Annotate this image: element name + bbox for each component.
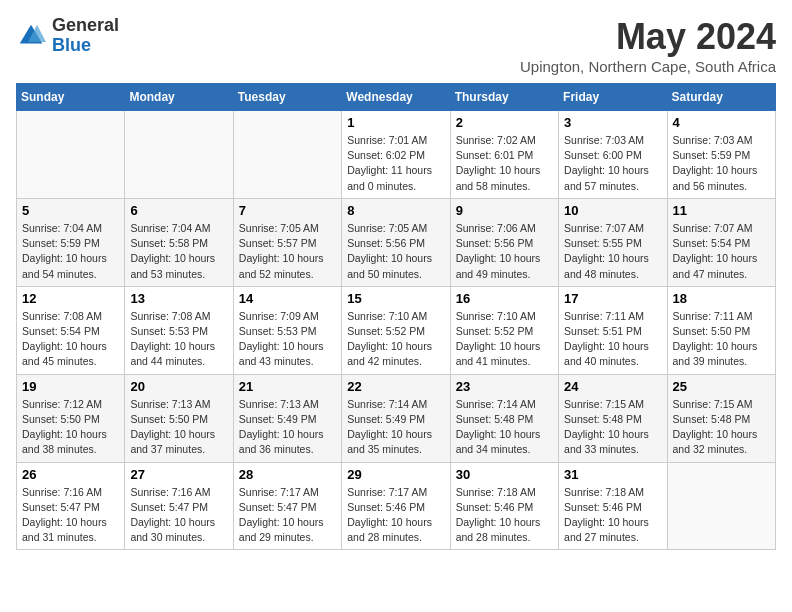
day-number: 24	[564, 379, 661, 394]
calendar-cell: 16Sunrise: 7:10 AMSunset: 5:52 PMDayligh…	[450, 286, 558, 374]
day-number: 13	[130, 291, 227, 306]
day-number: 26	[22, 467, 119, 482]
day-number: 25	[673, 379, 770, 394]
cell-info: Sunrise: 7:16 AMSunset: 5:47 PMDaylight:…	[22, 485, 119, 546]
logo-icon	[16, 21, 46, 51]
day-number: 3	[564, 115, 661, 130]
cell-info: Sunrise: 7:03 AMSunset: 6:00 PMDaylight:…	[564, 133, 661, 194]
cell-info: Sunrise: 7:15 AMSunset: 5:48 PMDaylight:…	[673, 397, 770, 458]
calendar-header: SundayMondayTuesdayWednesdayThursdayFrid…	[17, 84, 776, 111]
day-number: 30	[456, 467, 553, 482]
cell-info: Sunrise: 7:04 AMSunset: 5:58 PMDaylight:…	[130, 221, 227, 282]
calendar-cell: 28Sunrise: 7:17 AMSunset: 5:47 PMDayligh…	[233, 462, 341, 550]
calendar-cell: 31Sunrise: 7:18 AMSunset: 5:46 PMDayligh…	[559, 462, 667, 550]
cell-info: Sunrise: 7:09 AMSunset: 5:53 PMDaylight:…	[239, 309, 336, 370]
calendar-table: SundayMondayTuesdayWednesdayThursdayFrid…	[16, 83, 776, 550]
day-number: 15	[347, 291, 444, 306]
day-number: 31	[564, 467, 661, 482]
calendar-cell: 6Sunrise: 7:04 AMSunset: 5:58 PMDaylight…	[125, 198, 233, 286]
calendar-cell: 25Sunrise: 7:15 AMSunset: 5:48 PMDayligh…	[667, 374, 775, 462]
calendar-cell: 21Sunrise: 7:13 AMSunset: 5:49 PMDayligh…	[233, 374, 341, 462]
day-number: 2	[456, 115, 553, 130]
calendar-cell	[233, 111, 341, 199]
day-number: 29	[347, 467, 444, 482]
cell-info: Sunrise: 7:10 AMSunset: 5:52 PMDaylight:…	[456, 309, 553, 370]
calendar-cell: 4Sunrise: 7:03 AMSunset: 5:59 PMDaylight…	[667, 111, 775, 199]
cell-info: Sunrise: 7:07 AMSunset: 5:55 PMDaylight:…	[564, 221, 661, 282]
day-number: 23	[456, 379, 553, 394]
cell-info: Sunrise: 7:15 AMSunset: 5:48 PMDaylight:…	[564, 397, 661, 458]
day-number: 8	[347, 203, 444, 218]
day-number: 9	[456, 203, 553, 218]
calendar-cell: 15Sunrise: 7:10 AMSunset: 5:52 PMDayligh…	[342, 286, 450, 374]
calendar-cell: 5Sunrise: 7:04 AMSunset: 5:59 PMDaylight…	[17, 198, 125, 286]
cell-info: Sunrise: 7:08 AMSunset: 5:53 PMDaylight:…	[130, 309, 227, 370]
cell-info: Sunrise: 7:01 AMSunset: 6:02 PMDaylight:…	[347, 133, 444, 194]
calendar-cell: 24Sunrise: 7:15 AMSunset: 5:48 PMDayligh…	[559, 374, 667, 462]
logo-text: General Blue	[52, 16, 119, 56]
calendar-cell: 30Sunrise: 7:18 AMSunset: 5:46 PMDayligh…	[450, 462, 558, 550]
calendar-cell: 17Sunrise: 7:11 AMSunset: 5:51 PMDayligh…	[559, 286, 667, 374]
logo-blue: Blue	[52, 36, 119, 56]
header-day: Saturday	[667, 84, 775, 111]
calendar-cell: 7Sunrise: 7:05 AMSunset: 5:57 PMDaylight…	[233, 198, 341, 286]
calendar-cell: 8Sunrise: 7:05 AMSunset: 5:56 PMDaylight…	[342, 198, 450, 286]
header-day: Sunday	[17, 84, 125, 111]
day-number: 5	[22, 203, 119, 218]
cell-info: Sunrise: 7:08 AMSunset: 5:54 PMDaylight:…	[22, 309, 119, 370]
calendar-cell: 13Sunrise: 7:08 AMSunset: 5:53 PMDayligh…	[125, 286, 233, 374]
header-day: Monday	[125, 84, 233, 111]
cell-info: Sunrise: 7:04 AMSunset: 5:59 PMDaylight:…	[22, 221, 119, 282]
day-number: 21	[239, 379, 336, 394]
calendar-cell: 27Sunrise: 7:16 AMSunset: 5:47 PMDayligh…	[125, 462, 233, 550]
day-number: 27	[130, 467, 227, 482]
cell-info: Sunrise: 7:17 AMSunset: 5:47 PMDaylight:…	[239, 485, 336, 546]
calendar-cell: 22Sunrise: 7:14 AMSunset: 5:49 PMDayligh…	[342, 374, 450, 462]
day-number: 28	[239, 467, 336, 482]
header-day: Tuesday	[233, 84, 341, 111]
day-number: 14	[239, 291, 336, 306]
calendar-week-row: 12Sunrise: 7:08 AMSunset: 5:54 PMDayligh…	[17, 286, 776, 374]
calendar-cell: 12Sunrise: 7:08 AMSunset: 5:54 PMDayligh…	[17, 286, 125, 374]
day-number: 12	[22, 291, 119, 306]
header-day: Wednesday	[342, 84, 450, 111]
day-number: 16	[456, 291, 553, 306]
calendar-week-row: 26Sunrise: 7:16 AMSunset: 5:47 PMDayligh…	[17, 462, 776, 550]
day-number: 19	[22, 379, 119, 394]
cell-info: Sunrise: 7:06 AMSunset: 5:56 PMDaylight:…	[456, 221, 553, 282]
cell-info: Sunrise: 7:11 AMSunset: 5:51 PMDaylight:…	[564, 309, 661, 370]
calendar-cell: 14Sunrise: 7:09 AMSunset: 5:53 PMDayligh…	[233, 286, 341, 374]
calendar-week-row: 19Sunrise: 7:12 AMSunset: 5:50 PMDayligh…	[17, 374, 776, 462]
calendar-cell: 1Sunrise: 7:01 AMSunset: 6:02 PMDaylight…	[342, 111, 450, 199]
cell-info: Sunrise: 7:10 AMSunset: 5:52 PMDaylight:…	[347, 309, 444, 370]
day-number: 6	[130, 203, 227, 218]
day-number: 20	[130, 379, 227, 394]
day-number: 18	[673, 291, 770, 306]
calendar-week-row: 5Sunrise: 7:04 AMSunset: 5:59 PMDaylight…	[17, 198, 776, 286]
cell-info: Sunrise: 7:13 AMSunset: 5:50 PMDaylight:…	[130, 397, 227, 458]
title-block: May 2024 Upington, Northern Cape, South …	[520, 16, 776, 75]
cell-info: Sunrise: 7:05 AMSunset: 5:57 PMDaylight:…	[239, 221, 336, 282]
header-day: Friday	[559, 84, 667, 111]
calendar-cell: 9Sunrise: 7:06 AMSunset: 5:56 PMDaylight…	[450, 198, 558, 286]
location: Upington, Northern Cape, South Africa	[520, 58, 776, 75]
day-number: 7	[239, 203, 336, 218]
calendar-cell: 11Sunrise: 7:07 AMSunset: 5:54 PMDayligh…	[667, 198, 775, 286]
calendar-cell: 20Sunrise: 7:13 AMSunset: 5:50 PMDayligh…	[125, 374, 233, 462]
cell-info: Sunrise: 7:13 AMSunset: 5:49 PMDaylight:…	[239, 397, 336, 458]
day-number: 4	[673, 115, 770, 130]
calendar-cell: 23Sunrise: 7:14 AMSunset: 5:48 PMDayligh…	[450, 374, 558, 462]
calendar-cell: 29Sunrise: 7:17 AMSunset: 5:46 PMDayligh…	[342, 462, 450, 550]
month-title: May 2024	[520, 16, 776, 58]
calendar-cell	[667, 462, 775, 550]
cell-info: Sunrise: 7:18 AMSunset: 5:46 PMDaylight:…	[564, 485, 661, 546]
logo: General Blue	[16, 16, 119, 56]
cell-info: Sunrise: 7:18 AMSunset: 5:46 PMDaylight:…	[456, 485, 553, 546]
calendar-cell: 19Sunrise: 7:12 AMSunset: 5:50 PMDayligh…	[17, 374, 125, 462]
calendar-cell: 10Sunrise: 7:07 AMSunset: 5:55 PMDayligh…	[559, 198, 667, 286]
cell-info: Sunrise: 7:11 AMSunset: 5:50 PMDaylight:…	[673, 309, 770, 370]
header-day: Thursday	[450, 84, 558, 111]
calendar-cell: 3Sunrise: 7:03 AMSunset: 6:00 PMDaylight…	[559, 111, 667, 199]
cell-info: Sunrise: 7:02 AMSunset: 6:01 PMDaylight:…	[456, 133, 553, 194]
calendar-cell: 2Sunrise: 7:02 AMSunset: 6:01 PMDaylight…	[450, 111, 558, 199]
